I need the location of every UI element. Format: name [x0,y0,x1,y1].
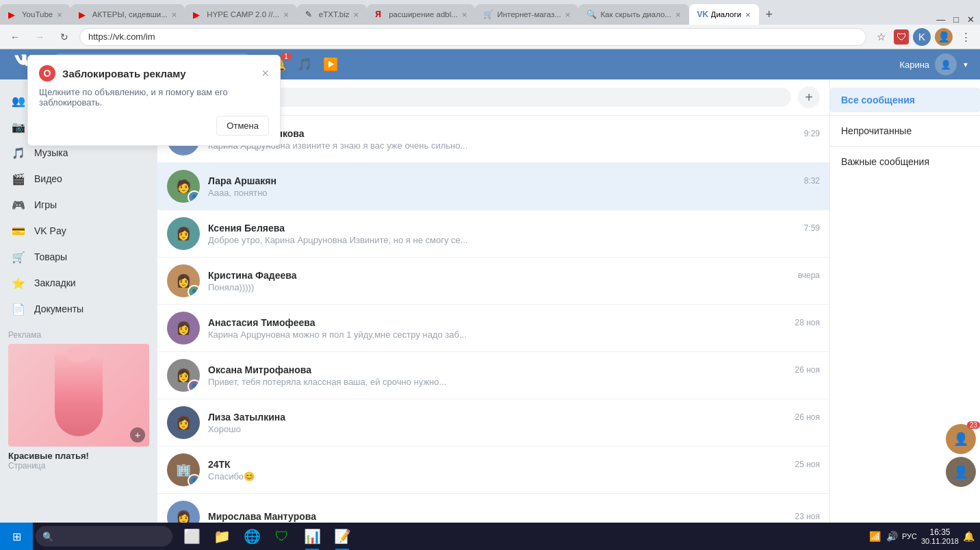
forward-button[interactable]: → [30,27,49,47]
sidebar-item-tovary[interactable]: 🛒 Товары [0,244,157,270]
taskbar-lang[interactable]: РУС [902,532,917,540]
msg-preview-0: Карина Арцруновна извините я знаю я вас … [208,140,820,151]
address-input[interactable] [79,28,866,46]
sidebar-item-games[interactable]: 🎮 Игры [0,192,157,218]
star-button[interactable]: ☆ [872,28,890,46]
message-content-6: Лиза Затылкина 26 ноя Хорошо [208,412,820,434]
message-item-8[interactable]: 👩 Мирослава Мантурова 23 ноя [157,494,829,523]
taskbar-search[interactable]: 🔍 [36,526,172,547]
taskbar-app-powerpoint[interactable]: 📊 [298,523,326,550]
tab-etxt-label: eTXT.biz [319,10,350,18]
ad-popup-icon: O [39,65,55,82]
tab-hypecamp[interactable]: ▶ HYPE CAMP 2.0 //... × [185,4,296,25]
maximize-button[interactable]: □ [953,14,959,25]
ad-plus-button[interactable]: + [130,427,145,442]
message-item-1[interactable]: 🧑 👤 Лара Аршакян 8:32 Аааа, понятно [157,163,829,210]
floating-avatar-1[interactable]: 👤 23 [944,424,980,454]
message-content-5: Оксана Митрофанова 26 ноя Привет, тебя п… [208,364,820,387]
vk-main: 👥 Группы 📷 Фотографии 🎵 Музыка 🎬 Видео 🎮… [0,79,980,550]
video-button[interactable]: ▶️ [323,57,338,72]
tab-actors-close[interactable]: × [172,10,177,20]
panel-divider-2 [830,146,980,147]
close-window-button[interactable]: ✕ [967,14,975,25]
extensions-button[interactable]: 🛡 [894,29,909,45]
msg-preview-text-7: Спасибо😊 [208,471,255,482]
tab-dialogi[interactable]: VK Диалоги × [689,4,759,25]
tab-kak[interactable]: 🔍 Как скрыть диало... × [578,4,688,25]
tab-actors[interactable]: ▶ АКТЕРЫ, сидевши... × [70,4,185,25]
message-item-6[interactable]: 👩 Лиза Затылкина 26 ноя Хорошо [157,399,829,447]
tab-internet[interactable]: 🛒 Интернет-магаз... × [475,4,578,25]
tab-yandex[interactable]: Я расширение adbl... × [367,4,475,25]
vk-user-area[interactable]: Карина 👤 ▼ [899,53,969,75]
games-icon: 🎮 [11,197,26,212]
new-message-button[interactable]: + [798,86,820,108]
sidebar-label-tovary: Товары [34,251,67,262]
sidebar-item-docs[interactable]: 📄 Документы [0,296,157,322]
minimize-button[interactable]: — [936,14,945,25]
ad-popup-close-button[interactable]: × [261,66,269,81]
address-bar-row: ← → ↻ ☆ 🛡 K 👤 ⋮ [0,25,980,49]
tab-etxt-close[interactable]: × [354,10,359,20]
message-content-7: 24ТК 25 ноя Спасибо😊 [208,459,820,482]
filter-important[interactable]: Важные сообщения [830,149,980,174]
tab-internet-close[interactable]: × [565,10,571,20]
filter-all-messages[interactable]: Все сообщения [830,88,980,112]
avatar-6: 👩 [167,406,200,439]
window-controls: — □ ✕ [936,14,980,25]
sidebar-item-video[interactable]: 🎬 Видео [0,166,157,192]
taskbar-notification-icon[interactable]: 🔔 [963,531,975,542]
taskbar-apps: ⬜ 📁 🌐 🛡 📊 📝 [178,523,356,550]
msg-name-5: Оксана Митрофанова [208,364,311,375]
new-tab-button[interactable]: + [759,4,779,25]
tab-youtube-close[interactable]: × [57,10,62,20]
music-button[interactable]: 🎵 [297,57,312,72]
ad-image[interactable]: + [8,344,149,447]
ad-name: Красивые платья! [8,451,149,461]
sidebar-item-bookmarks[interactable]: ⭐ Закладки [0,270,157,296]
tab-kak-close[interactable]: × [675,10,681,20]
messages-search-input[interactable] [192,92,783,103]
sidebar-label-video: Видео [34,173,62,184]
taskbar-network-icon[interactable]: 📶 [869,531,881,542]
tab-hypecamp-label: HYPE CAMP 2.0 //... [207,10,279,18]
message-item-4[interactable]: 👩 Анастасия Тимофеева 28 ноя Карина Арцр… [157,305,829,352]
message-content-8: Мирослава Мантурова 23 ноя [208,511,820,523]
taskbar-app-chrome[interactable]: 🌐 [238,523,266,550]
message-item-5[interactable]: 👩 👤 Оксана Митрофанова 26 ноя Привет, те… [157,352,829,399]
ad-popup-text: Щелкните по объявлению, и я помогу вам е… [39,87,269,108]
start-button[interactable]: ⊞ [0,523,33,550]
filter-unread[interactable]: Непрочитанные [830,118,980,143]
message-item-3[interactable]: 👩 👤 Кристина Фадеева вчера Поняла))))) [157,258,829,305]
etxt-icon: ✎ [305,10,315,19]
tab-etxt[interactable]: ✎ eTXT.biz × [297,4,367,25]
messages-panel: 🔍 + 👩 Мария Синиченкова 9:29 Карина Арцр… [157,79,829,550]
sidebar-item-vkpay[interactable]: 💳 VK Pay [0,218,157,244]
taskbar-app-cortana[interactable]: ⬜ [178,523,205,550]
back-button[interactable]: ← [5,27,25,47]
taskbar-date-display: 30.11.2018 [921,537,959,545]
refresh-button[interactable]: ↻ [55,27,74,47]
profile-button[interactable]: K [913,28,931,46]
taskbar-volume-icon[interactable]: 🔊 [886,531,898,542]
taskbar-app-word[interactable]: 📝 [328,523,356,550]
taskbar-app-kaspersky[interactable]: 🛡 [268,523,296,550]
tab-yandex-close[interactable]: × [462,10,467,20]
ad-block-popup: O Заблокировать рекламу × Щелкните по об… [27,55,281,146]
message-item-2[interactable]: 👩 Ксения Беляева 7:59 Доброе утро, Карин… [157,210,829,258]
ad-popup-cancel-button[interactable]: Отмена [216,116,269,136]
tab-youtube[interactable]: ▶ YouTube × [0,4,70,25]
taskbar-sys-icons: 📶 🔊 [869,531,898,542]
tab-dialogi-close[interactable]: × [745,10,751,20]
msg-name-4: Анастасия Тимофеева [208,317,315,328]
taskbar-app-explorer[interactable]: 📁 [208,523,235,550]
profile-avatar-button[interactable]: 👤 [935,28,953,46]
floating-avatar-2[interactable]: 👤 [944,457,980,487]
tab-yandex-label: расширение adbl... [389,10,458,18]
menu-button[interactable]: ⋮ [957,28,975,46]
message-item-7[interactable]: 🏢 👤 24ТК 25 ноя Спасибо😊 [157,447,829,494]
sidebar-label-docs: Документы [34,303,83,314]
avatar-3: 👩 👤 [167,264,200,297]
taskbar-clock[interactable]: 16:35 30.11.2018 [921,527,959,545]
tab-hypecamp-close[interactable]: × [283,10,289,20]
